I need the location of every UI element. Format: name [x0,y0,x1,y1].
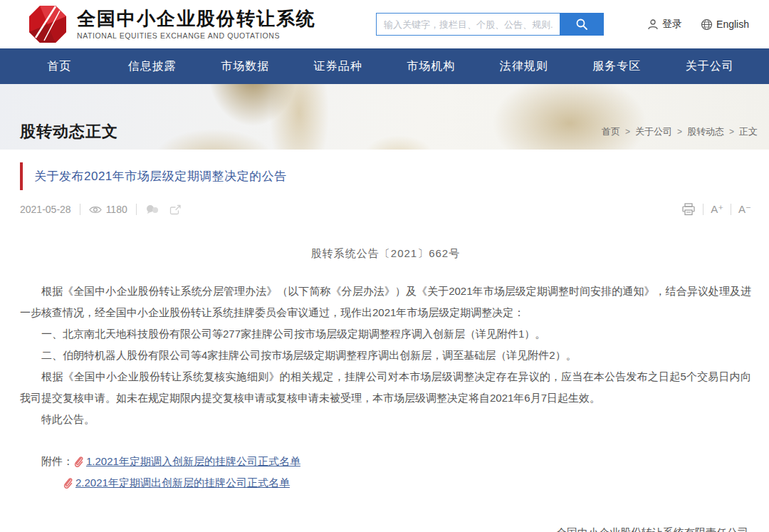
nav-item-about[interactable]: 关于公司 [664,48,757,84]
nav-item-services[interactable]: 服务专区 [570,48,664,84]
meta-icons [145,204,182,215]
attachments: 附件： 1.2021年定期调入创新层的挂牌公司正式名单 2.2021年定期调出创… [20,452,751,493]
logo-title: 全国中小企业股份转让系统 [77,9,316,30]
nav-item-disclosure[interactable]: 信息披露 [106,48,199,84]
attachment-link-2[interactable]: 2.2021年定期调出创新层的挂牌公司正式名单 [63,473,290,493]
attachment-row: 2.2021年定期调出创新层的挂牌公司正式名单 [63,473,751,493]
page: 全国中小企业股份转让系统 NATIONAL EQUITIES EXCHANGE … [0,0,769,532]
share-icon[interactable] [169,204,182,215]
paragraph: 特此公告。 [20,409,751,430]
article-meta: 2021-05-28 1180 [20,203,751,216]
login-label: 登录 [662,18,682,31]
attachment-link-text: 2.2021年定期调出创新层的挂牌公司正式名单 [75,473,290,493]
logo-subtitle: NATIONAL EQUITIES EXCHANGE AND QUOTATION… [77,31,316,40]
paragraph: 一、北京南北天地科技股份有限公司等277家挂牌公司按市场层级定期调整程序调入创新… [20,323,751,345]
divider [136,204,137,215]
globe-icon [701,19,713,31]
user-icon [647,19,659,30]
nav-item-securities[interactable]: 证券品种 [292,48,385,84]
document-number: 股转系统公告〔2021〕662号 [20,247,751,261]
paperclip-icon [73,456,83,467]
attachment-link-1[interactable]: 1.2021年定期调入创新层的挂牌公司正式名单 [73,452,300,471]
language-label: English [716,19,749,30]
paragraph: 根据《全国中小企业股份转让系统复核实施细则》的相关规定，挂牌公司对本市场层级调整… [20,366,751,409]
nav-item-institutions[interactable]: 市场机构 [384,48,478,84]
paragraph: 二、伯朗特机器人股份有限公司等4家挂牌公司按市场层级定期调整程序调出创新层，调至… [20,345,751,366]
view-counter: 1180 [89,204,127,215]
font-increase-button[interactable]: A⁺ [711,203,723,216]
publish-date: 2021-05-28 [20,204,71,215]
article-body: 根据《全国中小企业股份转让系统分层管理办法》（以下简称《分层办法》）及《关于20… [20,281,751,430]
eye-icon [89,205,102,214]
breadcrumb: 首页 > 关于公司 > 股转动态 > 正文 [602,125,758,138]
meta-left: 2021-05-28 1180 [20,204,182,215]
search-icon [575,18,588,31]
comment-icon[interactable] [145,204,159,214]
nav-item-rules[interactable]: 法律规则 [478,48,571,84]
breadcrumb-separator: > [677,127,682,137]
paperclip-icon [63,477,73,489]
attachment-link-text: 1.2021年定期调入创新层的挂牌公司正式名单 [86,452,300,471]
divider [703,204,703,215]
view-count: 1180 [106,204,127,215]
logo-text: 全国中小企业股份转让系统 NATIONAL EQUITIES EXCHANGE … [77,9,316,40]
login-button[interactable]: 登录 [647,18,682,31]
search-bar [376,13,604,36]
search-input[interactable] [376,13,560,36]
breadcrumb-separator: > [625,127,630,137]
paragraph: 根据《全国中小企业股份转让系统分层管理办法》（以下简称《分层办法》）及《关于20… [20,281,751,323]
main-nav: 首页 信息披露 市场数据 证券品种 市场机构 法律规则 服务专区 关于公司 [0,48,769,84]
neeq-logo-icon [28,5,67,43]
divider [731,204,731,215]
signature-block: 全国中小企业股份转让系统有限责任公司 2021年5月28日 [20,521,751,532]
breadcrumb-current: 正文 [739,125,758,138]
breadcrumb-news[interactable]: 股转动态 [687,125,724,138]
divider [80,204,80,215]
signature-company: 全国中小企业股份转让系统有限责任公司 [20,521,748,532]
nav-item-home[interactable]: 首页 [13,48,106,84]
page-title: 股转动态正文 [20,121,118,142]
article-title-block: 关于发布2021年市场层级定期调整决定的公告 [20,162,751,190]
breadcrumb-about[interactable]: 关于公司 [635,125,672,138]
header: 全国中小企业股份转让系统 NATIONAL EQUITIES EXCHANGE … [0,0,769,48]
print-icon[interactable] [681,203,696,216]
page-banner: 股转动态正文 首页 > 关于公司 > 股转动态 > 正文 [0,84,769,150]
breadcrumb-separator: > [729,127,734,137]
attachment-row: 附件： 1.2021年定期调入创新层的挂牌公司正式名单 [20,452,751,471]
article-title: 关于发布2021年市场层级定期调整决定的公告 [34,168,287,184]
logo[interactable]: 全国中小企业股份转让系统 NATIONAL EQUITIES EXCHANGE … [28,5,316,43]
breadcrumb-home[interactable]: 首页 [602,125,620,138]
language-switch[interactable]: English [701,19,749,31]
search-button[interactable] [560,13,604,36]
meta-tools: A⁺ A⁻ [681,203,751,216]
article: 关于发布2021年市场层级定期调整决定的公告 2021-05-28 1180 [0,150,769,532]
font-decrease-button[interactable]: A⁻ [738,203,751,216]
header-right: 登录 English [647,18,749,31]
attachments-label: 附件： [20,452,73,471]
nav-item-market-data[interactable]: 市场数据 [199,48,292,84]
